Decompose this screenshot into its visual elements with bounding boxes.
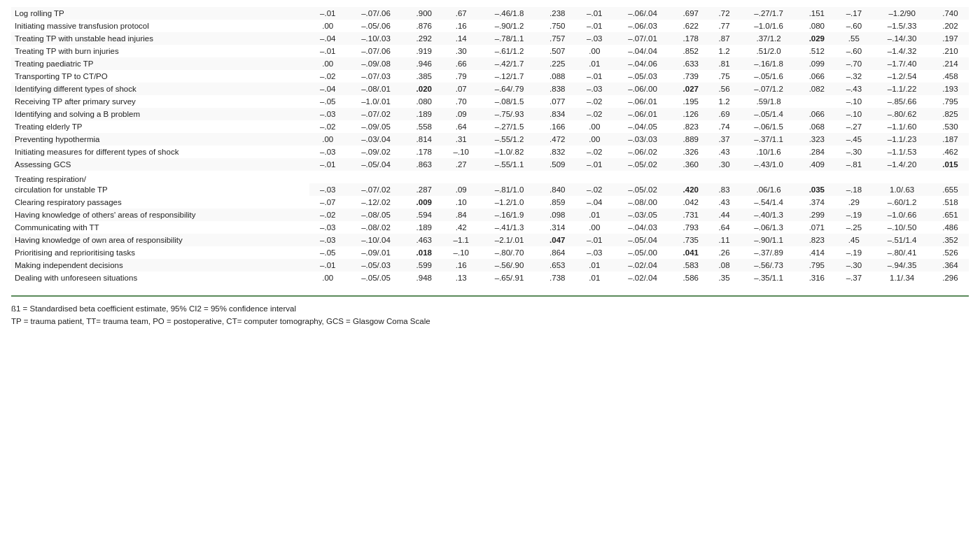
table-cell: –.05/.03 xyxy=(346,259,405,272)
table-cell: –.05/.06 xyxy=(346,20,405,32)
table-cell: .14 xyxy=(442,32,479,45)
table-cell: .599 xyxy=(405,259,442,272)
table-cell: .09 xyxy=(442,108,479,120)
table-cell: .189 xyxy=(405,108,442,120)
table-cell: .697 xyxy=(672,7,709,20)
table-cell: .594 xyxy=(405,209,442,221)
table-cell: –.75/.93 xyxy=(479,108,538,120)
table-cell: .558 xyxy=(405,120,442,133)
table-cell: .81 xyxy=(709,57,739,70)
table-cell: –.09/.01 xyxy=(346,246,405,259)
table-cell: –.06/.02 xyxy=(613,146,672,158)
table-cell: –1.7/.40 xyxy=(872,57,931,70)
table-cell: .314 xyxy=(539,221,576,234)
table-cell: .29 xyxy=(835,196,872,209)
table-cell: 1.0/.63 xyxy=(872,183,931,196)
table-cell: –.78/1.1 xyxy=(479,32,538,45)
table-cell: –.40/1.3 xyxy=(739,209,798,221)
table-row: Making independent decisions–.01–.05/.03… xyxy=(11,259,969,272)
table-cell: –.05/.02 xyxy=(613,158,672,171)
row-label: Treating TP with burn injuries xyxy=(11,45,309,57)
table-cell: .126 xyxy=(672,108,709,120)
table-cell: –.05/.04 xyxy=(346,158,405,171)
table-row: Identifying different types of shock–.04… xyxy=(11,83,969,95)
table-cell: –1.0/.01 xyxy=(346,95,405,108)
table-cell: .01 xyxy=(576,57,613,70)
table-cell: .210 xyxy=(932,45,969,57)
table-cell: –.81/1.0 xyxy=(479,183,538,196)
table-cell: .00 xyxy=(576,120,613,133)
table-cell: .43 xyxy=(709,196,739,209)
table-cell: .463 xyxy=(405,234,442,246)
table-cell: –.06/.03 xyxy=(613,20,672,32)
table-cell: –.03/.05 xyxy=(613,209,672,221)
table-cell: –.56/.73 xyxy=(739,259,798,272)
row-label: Treating TP with unstable head injuries xyxy=(11,32,309,45)
table-cell: .077 xyxy=(539,95,576,108)
table-cell: .197 xyxy=(932,32,969,45)
table-cell: –.03 xyxy=(576,83,613,95)
table-cell: .87 xyxy=(709,32,739,45)
table-cell: –.16/1.8 xyxy=(739,57,798,70)
table-cell: .066 xyxy=(798,70,835,83)
table-cell: –.03 xyxy=(309,234,346,246)
table-cell: .738 xyxy=(539,272,576,284)
table-cell: –.05/.02 xyxy=(613,183,672,196)
row-label: Preventing hypothermia xyxy=(11,133,309,146)
footnote-line-1: ß1 = Standardised beta coefficient estim… xyxy=(11,302,969,315)
table-cell: .64 xyxy=(709,221,739,234)
table-cell: .946 xyxy=(405,57,442,70)
table-cell: .00 xyxy=(309,272,346,284)
table-cell: .11 xyxy=(709,234,739,246)
table-cell: –.19 xyxy=(835,246,872,259)
table-row: Treating paediatric TP.00–.09/.08.946.66… xyxy=(11,57,969,70)
table-cell: –.05 xyxy=(309,246,346,259)
table-cell: .26 xyxy=(709,246,739,259)
table-cell: .414 xyxy=(798,246,835,259)
table-cell: –.25 xyxy=(835,221,872,234)
table-cell: .099 xyxy=(798,57,835,70)
row-label: Receiving TP after primary survey xyxy=(11,95,309,108)
table-cell: .876 xyxy=(405,20,442,32)
table-cell: .757 xyxy=(539,32,576,45)
table-cell: –.54/1.4 xyxy=(739,196,798,209)
table-cell: –.81 xyxy=(835,158,872,171)
table-cell: –.07/.01 xyxy=(613,32,672,45)
row-label: Treating elderly TP xyxy=(11,120,309,133)
table-cell: –.27/1.5 xyxy=(479,120,538,133)
table-cell: –1.0/1.6 xyxy=(739,20,798,32)
table-cell: .37/1.2 xyxy=(739,32,798,45)
table-cell: –.10/.50 xyxy=(872,221,931,234)
table-cell: –.37/.89 xyxy=(739,246,798,259)
table-cell: –.80/.41 xyxy=(872,246,931,259)
table-row: Clearing respiratory passages–.07–.12/.0… xyxy=(11,196,969,209)
table-cell: –.06/1.3 xyxy=(739,221,798,234)
table-cell: .00 xyxy=(576,133,613,146)
table-cell: .214 xyxy=(932,57,969,70)
table-cell: –.60 xyxy=(835,45,872,57)
table-cell: 1.2 xyxy=(709,45,739,57)
table-cell: .486 xyxy=(932,221,969,234)
table-cell: –.01 xyxy=(309,158,346,171)
table-cell: .189 xyxy=(405,221,442,234)
table-cell: .863 xyxy=(405,158,442,171)
table-cell: –1.4/.20 xyxy=(872,158,931,171)
row-label: Treating paediatric TP xyxy=(11,57,309,70)
footnote-section: ß1 = Standardised beta coefficient estim… xyxy=(11,295,969,328)
table-cell: .385 xyxy=(405,70,442,83)
table-cell: –.09/.05 xyxy=(346,120,405,133)
row-label: Clearing respiratory passages xyxy=(11,196,309,209)
table-cell: –.01 xyxy=(309,45,346,57)
table-cell: .793 xyxy=(672,221,709,234)
table-cell: –.07/.02 xyxy=(346,183,405,196)
row-label: Having knowledge of others' areas of res… xyxy=(11,209,309,221)
table-cell: .823 xyxy=(798,234,835,246)
table-cell: .09 xyxy=(442,183,479,196)
table-cell: .420 xyxy=(672,183,709,196)
table-row: Initiating massive transfusion protocol.… xyxy=(11,20,969,32)
table-cell: –.02/.04 xyxy=(613,272,672,284)
table-cell: .509 xyxy=(539,158,576,171)
table-cell: –.05/.00 xyxy=(613,246,672,259)
main-table-wrapper: Log rolling TP–.01–.07/.06.900.67–.46/1.… xyxy=(11,7,969,284)
table-cell: –1.4/.32 xyxy=(872,45,931,57)
